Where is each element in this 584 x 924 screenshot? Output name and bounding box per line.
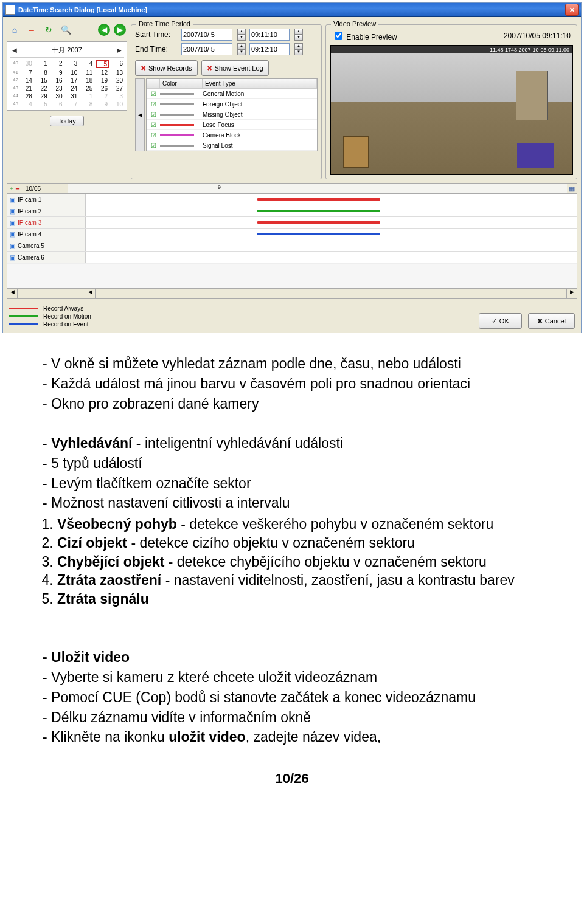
camera-label[interactable]: ▣IP cam 4 [7, 229, 86, 240]
event-checkbox[interactable]: ☑ [147, 132, 160, 139]
cal-day[interactable]: 12 [96, 69, 109, 76]
show-records-button[interactable]: ✖Show Records [135, 60, 198, 76]
event-scroll-left[interactable]: ◀ [135, 78, 145, 151]
event-type-row[interactable]: ☑Camera Block [147, 130, 317, 140]
cal-day[interactable]: 27 [111, 85, 124, 92]
end-date-input[interactable]: 2007/10/ 5 [181, 43, 232, 55]
camera-track[interactable] [86, 252, 577, 263]
cal-day[interactable]: 5 [36, 101, 49, 108]
cal-day[interactable]: 23 [51, 85, 64, 92]
event-type-row[interactable]: ☑Foreign Object [147, 99, 317, 109]
end-time-input[interactable]: 09:12:10 [249, 43, 290, 55]
end-date-spinner[interactable]: ▲▼ [237, 43, 246, 55]
camera-row[interactable]: ▣Camera 5 [7, 240, 577, 252]
camera-label[interactable]: ▣IP cam 3 [7, 217, 86, 228]
enable-preview-checkbox[interactable]: Enable Preview [332, 30, 397, 41]
search-icon[interactable]: 🔍 [59, 23, 72, 36]
prev-arrow-button[interactable]: ◀ [98, 24, 110, 36]
cal-day[interactable]: 16 [51, 77, 64, 84]
timeline-ruler[interactable]: 9 [68, 184, 567, 193]
next-arrow-button[interactable]: ▶ [114, 24, 126, 36]
end-time-spinner[interactable]: ▲▼ [294, 43, 303, 55]
cal-day[interactable]: 15 [36, 77, 49, 84]
cal-day[interactable]: 2 [96, 93, 109, 100]
cal-day[interactable]: 5 [96, 60, 109, 68]
camera-row[interactable]: ▣IP cam 1 [7, 194, 577, 205]
cal-day[interactable]: 30 [51, 93, 64, 100]
cal-day[interactable]: 31 [66, 93, 79, 100]
start-time-input[interactable]: 09:11:10 [249, 29, 290, 41]
cal-day[interactable]: 8 [81, 101, 94, 108]
camera-label[interactable]: ▣IP cam 1 [7, 194, 86, 205]
show-event-log-button[interactable]: ✖Show Event Log [201, 60, 269, 76]
camera-track[interactable] [86, 194, 577, 205]
zoom-out-icon[interactable]: ━ [16, 185, 19, 192]
camera-track[interactable] [86, 229, 577, 240]
camera-track[interactable] [86, 217, 577, 228]
start-time-spinner[interactable]: ▲▼ [294, 29, 303, 41]
cal-day[interactable]: 9 [51, 69, 64, 76]
cal-day[interactable]: 25 [81, 85, 94, 92]
cal-next[interactable]: ▶ [114, 47, 124, 53]
cal-day[interactable]: 18 [81, 77, 94, 84]
timeline-scroll-left-2[interactable]: ◀ [85, 289, 96, 298]
cal-day[interactable]: 24 [66, 85, 79, 92]
refresh-icon[interactable]: ↻ [42, 23, 55, 36]
cal-day[interactable]: 30 [21, 60, 33, 68]
timeline-scroll-left[interactable]: ◀ [7, 289, 18, 298]
camera-row[interactable]: ▣IP cam 4 [7, 229, 577, 240]
cal-day[interactable]: 26 [96, 85, 109, 92]
cal-day[interactable]: 20 [111, 77, 124, 84]
cal-day[interactable]: 6 [111, 60, 124, 68]
cal-day[interactable]: 17 [66, 77, 79, 84]
cal-day[interactable]: 9 [96, 101, 109, 108]
timeline-scrollbar[interactable]: ◀ ◀ ▶ [7, 288, 577, 298]
event-type-row[interactable]: ☑General Motion [147, 89, 317, 99]
cal-day[interactable]: 10 [66, 69, 79, 76]
camera-label[interactable]: ▣IP cam 2 [7, 205, 86, 216]
camera-row[interactable]: ▣Camera 6 [7, 252, 577, 263]
camera-label[interactable]: ▣Camera 5 [7, 240, 86, 251]
cal-day[interactable]: 11 [81, 69, 94, 76]
cal-day[interactable]: 13 [111, 69, 124, 76]
camera-track[interactable] [86, 205, 577, 216]
close-button[interactable]: ✕ [565, 4, 579, 16]
camera-label[interactable]: ▣Camera 6 [7, 252, 86, 263]
cal-day[interactable]: 7 [21, 69, 33, 76]
zoom-in-icon[interactable]: ＋ [9, 184, 15, 193]
cal-day[interactable]: 22 [36, 85, 49, 92]
cancel-button[interactable]: ✖Cancel [528, 313, 575, 329]
cal-day[interactable]: 3 [66, 60, 79, 68]
timeline-grid-icon[interactable]: ▦ [567, 185, 577, 193]
camera-row[interactable]: ▣IP cam 2 [7, 205, 577, 217]
cal-prev[interactable]: ◀ [10, 47, 19, 53]
event-checkbox[interactable]: ☑ [147, 101, 160, 108]
home-icon[interactable]: ⌂ [8, 23, 21, 36]
event-checkbox[interactable]: ☑ [147, 122, 160, 128]
event-type-row[interactable]: ☑Signal Lost [147, 140, 317, 151]
cal-day[interactable]: 6 [51, 101, 64, 108]
cal-day[interactable]: 28 [21, 93, 33, 100]
cal-day[interactable]: 14 [21, 77, 33, 84]
calendar[interactable]: ◀ 十月 2007 ▶ 4030123456417891011121342141… [7, 41, 127, 111]
cal-day[interactable]: 19 [96, 77, 109, 84]
cal-day[interactable]: 29 [36, 93, 49, 100]
cal-day[interactable]: 3 [111, 93, 124, 100]
timeline-scroll-right[interactable]: ▶ [566, 289, 577, 298]
event-type-row[interactable]: ☑Missing Object [147, 109, 317, 120]
cal-day[interactable]: 8 [36, 69, 49, 76]
cal-day[interactable]: 1 [36, 60, 49, 68]
start-date-spinner[interactable]: ▲▼ [237, 29, 246, 41]
event-checkbox[interactable]: ☑ [147, 91, 160, 97]
today-button[interactable]: Today [50, 116, 83, 126]
cal-day[interactable]: 4 [81, 60, 94, 68]
cal-day[interactable]: 7 [66, 101, 79, 108]
cal-day[interactable]: 21 [21, 85, 33, 92]
cal-day[interactable]: 1 [81, 93, 94, 100]
event-checkbox[interactable]: ☑ [147, 142, 160, 149]
start-date-input[interactable]: 2007/10/ 5 [181, 29, 232, 41]
cal-day[interactable]: 10 [111, 101, 124, 108]
event-type-row[interactable]: ☑Lose Focus [147, 120, 317, 130]
camera-track[interactable] [86, 240, 577, 251]
remove-icon[interactable]: – [25, 23, 38, 36]
